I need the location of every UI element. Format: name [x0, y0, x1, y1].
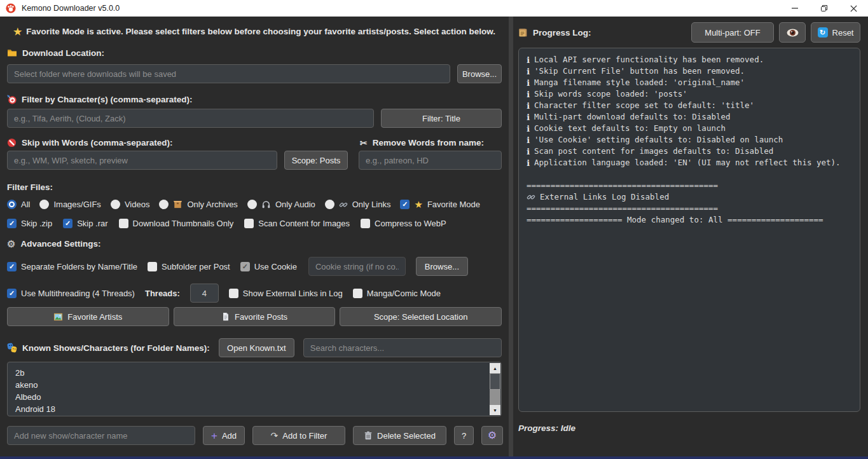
download-location-input[interactable] — [7, 64, 450, 83]
log-line: ℹCharacter filter scope set to default: … — [527, 100, 852, 111]
checkbox-scan-content-for-images[interactable]: Scan Content for Images — [244, 219, 350, 228]
skip-scope-button[interactable]: Scope: Posts — [284, 151, 348, 170]
restore-button[interactable] — [809, 0, 839, 17]
checkbox-control — [400, 200, 410, 209]
gear-icon: ⚙ — [7, 239, 15, 249]
radio-control — [111, 200, 120, 209]
reset-button[interactable]: ↻ Reset — [811, 22, 860, 43]
log-line-text: ==================== Mode changed to: Al… — [527, 214, 823, 226]
option-label: Use Cookie — [254, 262, 297, 271]
radio-all[interactable]: All — [7, 200, 30, 209]
list-item[interactable]: akeno — [15, 379, 486, 391]
scroll-thumb[interactable] — [490, 373, 500, 390]
scroll-track[interactable] — [490, 373, 500, 405]
option-label: Only Audio — [275, 200, 315, 209]
trash-icon — [364, 431, 373, 440]
radio-images-gifs[interactable]: Images/GIFs — [39, 200, 100, 209]
scroll-down-button[interactable]: ▼ — [490, 405, 500, 415]
star-icon: ★ — [414, 200, 422, 209]
radio-only-archives[interactable]: Only Archives — [159, 200, 237, 209]
panel-splitter[interactable] — [509, 17, 513, 456]
favorite-artists-button[interactable]: Favorite Artists — [7, 307, 169, 326]
window-title: Kemono Downloader v5.0.0 — [22, 4, 120, 13]
checkbox-control — [7, 262, 17, 271]
checkbox-show-external-links-in-log[interactable]: Show External Links in Log — [229, 289, 343, 298]
log-line: ======================================== — [527, 180, 852, 191]
cookie-string-input[interactable] — [308, 257, 406, 276]
checkbox-use-cookie[interactable]: Use Cookie — [240, 262, 297, 271]
radio-videos[interactable]: Videos — [111, 200, 150, 209]
browse-cookie-button[interactable]: Browse... — [416, 257, 468, 276]
checkbox-favorite-mode[interactable]: ★Favorite Mode — [400, 200, 480, 209]
search-characters-input[interactable] — [303, 338, 502, 357]
bottom-accent-strip — [0, 456, 868, 459]
checkbox-download-thumbnails-only[interactable]: Download Thumbnails Only — [119, 219, 234, 228]
advanced-settings-label: ⚙ Advanced Settings: — [7, 239, 502, 249]
info-icon: ℹ — [527, 79, 530, 87]
minimize-button[interactable] — [780, 0, 809, 17]
log-line: ℹMulti-part download defaults to: Disabl… — [527, 111, 852, 123]
favorite-posts-button[interactable]: Favorite Posts — [174, 307, 336, 326]
help-button[interactable]: ? — [454, 426, 474, 445]
radio-only-audio[interactable]: Only Audio — [247, 200, 315, 209]
radio-only-links[interactable]: Only Links — [325, 200, 391, 209]
character-filter-input[interactable] — [7, 109, 374, 128]
settings-gear-button[interactable]: ⚙ — [481, 426, 503, 445]
log-line: ℹ'Skip Current File' button has been rem… — [527, 65, 852, 77]
log-line: ℹSkip words scope loaded: 'posts' — [527, 88, 852, 100]
multipart-toggle-button[interactable]: Multi-part: OFF — [691, 22, 774, 43]
list-scrollbar[interactable]: ▲ ▼ — [490, 363, 500, 415]
progress-log-output: ℹLocal API server functionality has been… — [518, 48, 860, 412]
skip-words-input[interactable] — [7, 151, 277, 170]
option-label: Compress to WebP — [375, 219, 446, 228]
threads-input[interactable] — [190, 284, 219, 303]
log-line-text: Multi-part download defaults to: Disable… — [534, 111, 731, 123]
option-label: Download Thumbnails Only — [133, 219, 234, 228]
checkbox-control — [229, 289, 238, 298]
open-known-txt-button[interactable]: Open Known.txt — [219, 338, 294, 357]
eye-toggle-button[interactable] — [779, 22, 806, 43]
checkbox-separate-folders-by-name-title[interactable]: Separate Folders by Name/Title — [7, 262, 137, 271]
close-button[interactable] — [839, 0, 868, 17]
scroll-up-button[interactable]: ▲ — [490, 363, 500, 373]
log-line-text: Character filter scope set to default: '… — [534, 100, 754, 111]
option-label: Separate Folders by Name/Title — [21, 262, 137, 271]
log-line-text: Scan post content for images defaults to… — [534, 146, 773, 157]
remove-words-label: ✂ Remove Words from name: — [360, 138, 484, 147]
delete-selected-button[interactable]: Delete Selected — [353, 426, 446, 445]
checkbox-skip-rar[interactable]: Skip .rar — [63, 219, 107, 228]
known-characters-list[interactable]: 2bakenoAlbedoAndroid 18Android 21 ▲ ▼ — [7, 362, 502, 416]
log-line-text: Application language loaded: 'EN' (UI ma… — [534, 157, 841, 168]
checkbox-skip-zip[interactable]: Skip .zip — [7, 219, 52, 228]
radio-control — [159, 200, 169, 209]
reset-icon: ↻ — [818, 27, 828, 38]
option-label: Skip .rar — [77, 219, 107, 228]
checkbox-subfolder-per-post[interactable]: Subfolder per Post — [148, 262, 230, 271]
log-line — [527, 168, 852, 180]
log-line: ℹLocal API server functionality has been… — [527, 54, 852, 65]
remove-words-input[interactable] — [359, 151, 502, 170]
option-label: Favorite Mode — [427, 200, 480, 209]
checkbox-control — [244, 219, 254, 228]
browse-download-button[interactable]: Browse... — [457, 64, 502, 83]
list-item[interactable]: Android 21 — [15, 415, 486, 416]
filter-scope-button[interactable]: Filter: Title — [381, 109, 502, 128]
list-item[interactable]: Android 18 — [15, 403, 486, 415]
skip-words-label: Skip with Words (comma-separated): — [7, 138, 173, 147]
list-item[interactable]: 2b — [15, 367, 486, 379]
list-item[interactable]: Albedo — [15, 391, 486, 403]
threads-label: Threads: — [145, 289, 180, 298]
add-character-button[interactable]: + Add — [203, 426, 245, 445]
add-to-filter-button[interactable]: ↷ Add to Filter — [252, 426, 345, 445]
add-character-input[interactable] — [7, 426, 195, 445]
scissors-icon: ✂ — [360, 139, 368, 147]
checkbox-use-multithreading-4-threads[interactable]: Use Multithreading (4 Threads) — [7, 289, 135, 298]
checkbox-manga-comic-mode[interactable]: Manga/Comic Mode — [353, 289, 441, 298]
log-line-text: External Links Log Disabled — [540, 191, 669, 203]
download-location-label: Download Location: — [7, 48, 502, 58]
favorite-scope-button[interactable]: Scope: Selected Location — [340, 307, 502, 326]
checkbox-compress-to-webp[interactable]: Compress to WebP — [361, 219, 446, 228]
archive-icon — [173, 200, 183, 209]
log-line-text: 'Skip Current File' button has been remo… — [534, 65, 745, 77]
info-icon: ℹ — [527, 147, 530, 156]
